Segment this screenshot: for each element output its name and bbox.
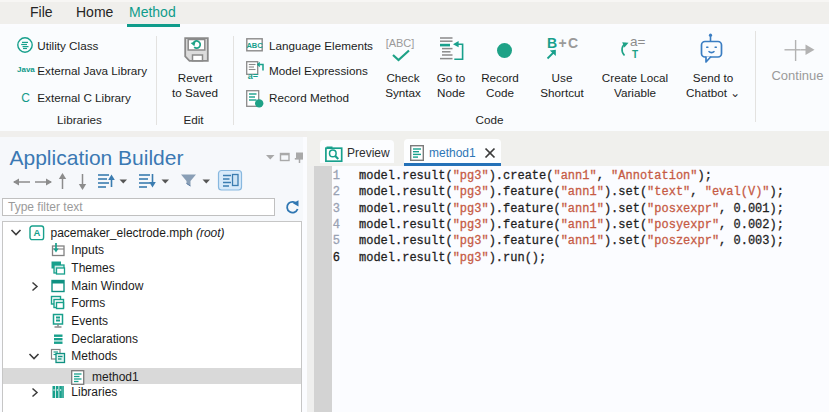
svg-text:a=: a=	[248, 71, 258, 80]
svg-text:A: A	[33, 227, 40, 238]
svg-text:T: T	[632, 49, 638, 60]
svg-text:ABC: ABC	[246, 40, 263, 49]
